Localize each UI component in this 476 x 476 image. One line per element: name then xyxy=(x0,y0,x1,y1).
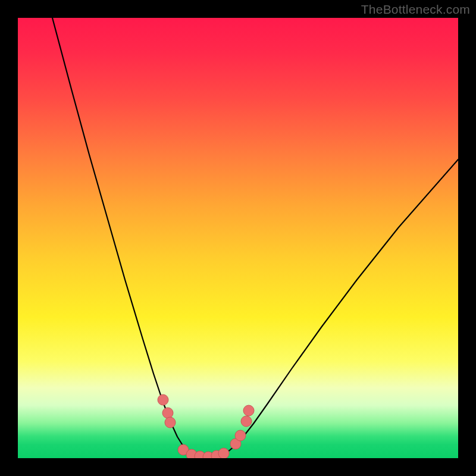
marker-left-dot-1 xyxy=(158,394,168,405)
marker-floor-dot-6 xyxy=(218,448,229,458)
bottleneck-curve xyxy=(18,18,458,458)
marker-right-dot-4 xyxy=(243,405,254,416)
plot-area xyxy=(18,18,458,458)
marker-left-dot-2 xyxy=(162,408,173,418)
watermark-label: TheBottleneck.com xyxy=(361,2,470,17)
marker-left-dot-3 xyxy=(165,417,176,428)
marker-right-dot-3 xyxy=(241,416,252,427)
series-left-curve xyxy=(52,18,195,455)
marker-right-dot-2 xyxy=(235,430,246,441)
chart-frame: TheBottleneck.com xyxy=(0,0,476,476)
series-right-curve xyxy=(221,159,458,455)
